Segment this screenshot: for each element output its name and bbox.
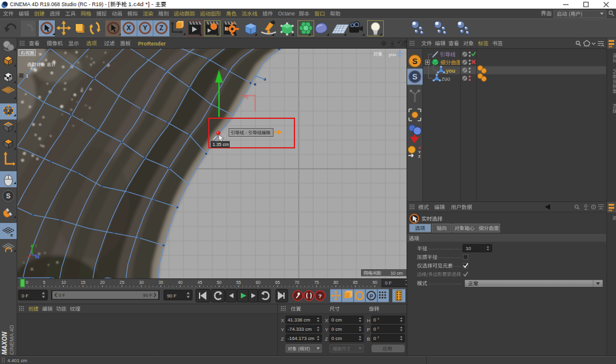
svg-text:1: 1 — [26, 73, 28, 79]
svg-text:Octane: Octane — [278, 10, 295, 17]
svg-text:90 F: 90 F — [143, 293, 153, 298]
svg-text:P: P — [370, 293, 373, 299]
svg-text:Z: Z — [418, 155, 421, 158]
svg-text:X: X — [325, 318, 329, 323]
svg-text:CINEMA 4D R19.068 Studio (RC -: CINEMA 4D R19.068 Studio (RC - R19) - [ — [10, 1, 110, 7]
svg-text:0 °: 0 ° — [373, 317, 379, 323]
svg-text:1.c4d *] -: 1.c4d *] - — [128, 1, 153, 7]
svg-text:1.35 cm: 1.35 cm — [213, 142, 229, 147]
svg-text:55: 55 — [237, 280, 241, 285]
svg-text:0 F: 0 F — [22, 293, 29, 299]
svg-text:35: 35 — [158, 280, 163, 285]
svg-text:S: S — [6, 192, 10, 200]
svg-text:70: 70 — [294, 280, 299, 285]
svg-text:MAXON: MAXON — [1, 331, 8, 355]
svg-text:85: 85 — [353, 280, 358, 285]
svg-text:30: 30 — [139, 280, 144, 285]
svg-text:0 cm: 0 cm — [331, 336, 342, 341]
svg-text:10: 10 — [466, 246, 471, 251]
svg-text:45: 45 — [197, 280, 202, 285]
svg-text:Y: Y — [418, 150, 421, 154]
svg-text:Z: Z — [281, 336, 284, 342]
svg-text:0 F: 0 F — [59, 293, 65, 298]
svg-text:40: 40 — [178, 280, 183, 285]
svg-text:H: H — [367, 318, 371, 323]
svg-text:65: 65 — [275, 280, 280, 285]
svg-text:75: 75 — [314, 280, 319, 285]
svg-text:15: 15 — [81, 280, 86, 285]
svg-text:25: 25 — [120, 280, 124, 285]
svg-text:you: you — [446, 68, 455, 74]
svg-text:80: 80 — [333, 280, 338, 285]
svg-text:S: S — [412, 73, 417, 81]
svg-text:-74.333 cm: -74.333 cm — [288, 326, 312, 332]
svg-text:X: X — [281, 318, 285, 323]
svg-text:ProRender: ProRender — [138, 41, 166, 47]
svg-text:X: X — [126, 24, 131, 31]
svg-text:S: S — [412, 57, 417, 66]
svg-text:0 °: 0 ° — [373, 336, 379, 341]
svg-text:90: 90 — [373, 280, 378, 285]
svg-text:20: 20 — [100, 280, 105, 285]
svg-text:CINEMA 4D: CINEMA 4D — [9, 325, 15, 355]
svg-text:50: 50 — [217, 280, 222, 285]
svg-text:e: e — [10, 232, 14, 238]
svg-text:Z: Z — [160, 24, 164, 31]
svg-text:X: X — [418, 146, 421, 150]
svg-text:Y: Y — [143, 24, 147, 31]
svg-text:P: P — [367, 327, 370, 333]
svg-text:Z: Z — [325, 336, 328, 342]
svg-text:4.401 cm: 4.401 cm — [7, 358, 27, 363]
svg-text:10 cm: 10 cm — [391, 270, 403, 276]
svg-text:you: you — [389, 52, 396, 57]
svg-text:zuo: zuo — [442, 76, 450, 82]
svg-text:Y: Y — [281, 327, 285, 333]
svg-text:41.336 cm: 41.336 cm — [288, 317, 310, 323]
svg-text:0: 0 — [26, 280, 28, 285]
svg-text:Y: Y — [325, 327, 329, 333]
svg-text:Y: Y — [34, 244, 38, 248]
svg-text:0 cm: 0 cm — [331, 326, 342, 332]
svg-text:?: ? — [318, 293, 322, 299]
svg-text:0 F: 0 F — [385, 280, 392, 286]
svg-text:60: 60 — [256, 280, 261, 285]
svg-text:10: 10 — [61, 280, 66, 285]
svg-text:90 F: 90 F — [167, 293, 177, 299]
svg-text:-164.173 cm: -164.173 cm — [288, 336, 314, 341]
svg-text:0 °: 0 ° — [373, 326, 379, 332]
svg-text:B: B — [367, 336, 370, 342]
svg-text:0 cm: 0 cm — [331, 317, 342, 323]
svg-text:5: 5 — [43, 280, 46, 285]
